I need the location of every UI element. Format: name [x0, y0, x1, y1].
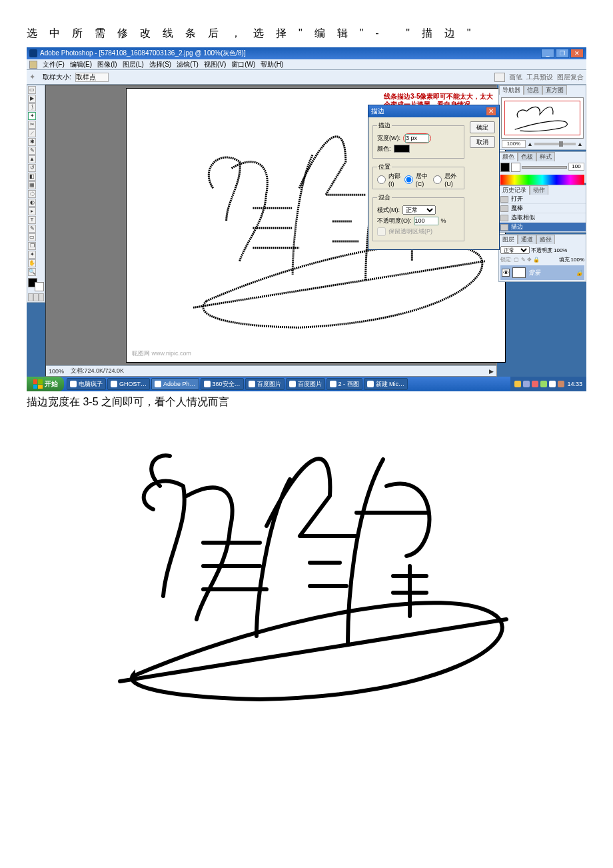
start-button[interactable]: 开始 [27, 377, 64, 391]
pen-tool[interactable]: ✎ [28, 225, 36, 233]
tab-paths[interactable]: 路径 [536, 235, 555, 244]
taskbar-item[interactable]: Adobe Ph… [151, 378, 199, 390]
stroke-color-swatch[interactable] [394, 145, 410, 153]
minimize-button[interactable]: _ [541, 49, 554, 58]
menu-view[interactable]: 视图(V) [204, 60, 226, 69]
tray-icon[interactable] [523, 381, 530, 387]
screen-mode-switcher[interactable] [28, 293, 44, 301]
color-fg-swatch[interactable] [500, 163, 510, 172]
magic-wand-tool[interactable]: ✦ [28, 112, 36, 120]
taskbar-item[interactable]: 新建 Mic… [364, 378, 408, 390]
fill-value[interactable]: 100% [571, 257, 584, 263]
navigator-zoom-value[interactable]: 100% [502, 140, 526, 148]
tab-history[interactable]: 历史记录 [499, 185, 530, 195]
shape-tool[interactable]: ▭ [28, 233, 36, 241]
history-item[interactable]: 描边 [499, 223, 586, 232]
crop-tool[interactable]: ✂ [28, 121, 36, 129]
menu-edit[interactable]: 编辑(E) [70, 60, 92, 69]
menu-layer[interactable]: 图层(L) [123, 60, 144, 69]
gradient-tool[interactable]: ▦ [28, 181, 36, 189]
move-tool[interactable]: ▶ [28, 95, 36, 103]
maximize-button[interactable]: ❐ [556, 49, 569, 58]
system-tray[interactable]: 14:33 [510, 377, 586, 391]
blur-tool[interactable]: ◌ [28, 190, 36, 198]
dock-toolpresets[interactable]: 工具预设 [526, 73, 553, 82]
taskbar-item[interactable]: 电脑疯子 [67, 378, 106, 390]
history-item[interactable]: 选取相似 [499, 213, 586, 223]
dialog-titlebar[interactable]: 描边 ✕ [368, 105, 499, 117]
dock-brushes[interactable]: 画笔 [509, 73, 522, 82]
close-button[interactable]: ✕ [570, 49, 584, 58]
gray-slider[interactable] [522, 166, 567, 169]
position-center-radio[interactable] [404, 175, 413, 184]
palette-well-icon[interactable] [494, 73, 505, 82]
menu-filter[interactable]: 滤镜(T) [177, 60, 199, 69]
ok-button[interactable]: 确定 [470, 121, 495, 133]
notes-tool[interactable]: ❐ [28, 242, 36, 250]
dialog-close-button[interactable]: ✕ [486, 107, 496, 116]
tab-swatches[interactable]: 色板 [518, 152, 536, 161]
dock-layercomps[interactable]: 图层复合 [557, 73, 584, 82]
marquee-tool[interactable]: ▭ [28, 86, 36, 94]
tray-icon[interactable] [549, 381, 556, 387]
position-inside-radio[interactable] [377, 175, 386, 184]
tab-styles[interactable]: 样式 [536, 152, 555, 161]
taskbar-item[interactable]: 百度图片 [245, 378, 285, 390]
healing-tool[interactable]: ✱ [28, 138, 36, 146]
path-tool[interactable]: ▸ [28, 207, 36, 215]
color-spectrum[interactable] [500, 175, 584, 185]
navigator-thumbnail[interactable] [501, 97, 584, 139]
history-item[interactable]: 打开 [499, 195, 586, 204]
layer-opacity-value[interactable]: 100% [554, 247, 567, 253]
opacity-field[interactable] [414, 217, 438, 225]
width-field[interactable] [405, 134, 429, 143]
tab-color[interactable]: 颜色 [499, 152, 518, 161]
tray-icon[interactable] [532, 381, 538, 387]
sample-size-field[interactable] [75, 73, 109, 82]
menu-window[interactable]: 窗口(W) [231, 60, 255, 69]
color-swatches[interactable] [28, 278, 44, 291]
blend-mode-select[interactable]: 正常 [500, 246, 530, 254]
history-item[interactable]: 魔棒 [499, 204, 586, 213]
zoom-slider[interactable] [534, 143, 576, 145]
eraser-tool[interactable]: ◧ [28, 173, 36, 181]
scroll-arrow-icon[interactable]: ▶ [489, 368, 494, 375]
brush-tool[interactable]: ✎ [28, 147, 36, 155]
taskbar-item[interactable]: 2 - 画图 [326, 378, 362, 390]
taskbar-item[interactable]: 百度图片 [286, 378, 325, 390]
tab-info[interactable]: 信息 [524, 85, 542, 95]
zoom-tool[interactable]: 🔍 [28, 268, 36, 276]
background-color[interactable] [35, 282, 44, 291]
menu-help[interactable]: 帮助(H) [261, 60, 283, 69]
tray-icon[interactable] [514, 381, 521, 387]
lasso-tool[interactable]: ⟆ [28, 103, 36, 111]
eyedropper-tool[interactable]: ✦ [28, 251, 36, 259]
color-bg-swatch[interactable] [511, 163, 520, 172]
position-outside-radio[interactable] [433, 175, 442, 184]
taskbar-item[interactable]: GHOST… [107, 378, 150, 390]
zoom-in-icon[interactable]: ▲ [577, 141, 583, 147]
tray-icon[interactable] [558, 381, 564, 387]
visibility-icon[interactable]: 👁 [502, 269, 510, 277]
menu-file[interactable]: 文件(F) [43, 60, 65, 69]
color-value[interactable]: 100 [568, 163, 584, 171]
dodge-tool[interactable]: ◐ [28, 199, 36, 207]
taskbar-item[interactable]: 360安全… [201, 378, 244, 390]
tab-histogram[interactable]: 直方图 [542, 85, 567, 95]
tab-navigator[interactable]: 导航器 [499, 85, 524, 95]
menu-select[interactable]: 选择(S) [149, 60, 171, 69]
mode-select[interactable]: 正常 [402, 205, 436, 215]
zoom-out-icon[interactable]: ▲ [527, 141, 533, 147]
type-tool[interactable]: T [28, 216, 36, 224]
tab-layers[interactable]: 图层 [499, 235, 518, 244]
tab-channels[interactable]: 通道 [518, 235, 536, 244]
history-brush-tool[interactable]: ↺ [28, 164, 36, 172]
tray-icon[interactable] [540, 381, 547, 387]
layer-row[interactable]: 👁 背景 🔒 [500, 265, 584, 280]
cancel-button[interactable]: 取消 [470, 136, 495, 148]
zoom-level[interactable]: 100% [49, 368, 64, 375]
slice-tool[interactable]: ⟋ [28, 129, 36, 137]
menu-image[interactable]: 图像(I) [97, 60, 117, 69]
hand-tool[interactable]: ✋ [28, 259, 36, 267]
stamp-tool[interactable]: ▲ [28, 155, 36, 163]
